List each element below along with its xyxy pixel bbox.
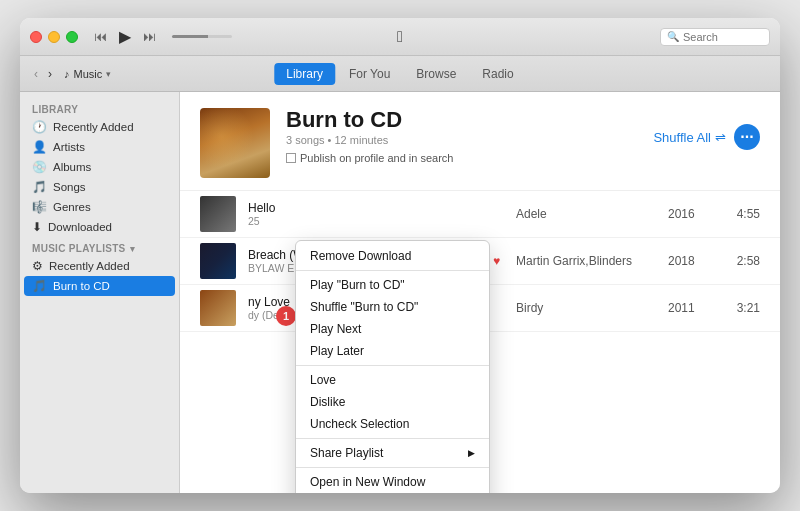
song-artwork [200, 196, 236, 232]
song-duration: 2:58 [725, 254, 760, 268]
music-icon: 🎵 [32, 279, 47, 293]
ctx-share-playlist[interactable]: Share Playlist [296, 442, 489, 464]
apple-logo:  [397, 28, 403, 46]
context-menu: Remove Download Play "Burn to CD" Shuffl… [295, 240, 490, 493]
search-icon: 🔍 [667, 31, 679, 42]
playlists-expand-icon: ▾ [130, 244, 135, 254]
playlist-title: Burn to CD [286, 108, 637, 132]
ctx-love[interactable]: Love [296, 369, 489, 391]
sidebar-item-downloaded[interactable]: ⬇ Downloaded [20, 217, 179, 237]
download-icon: ⬇ [32, 220, 42, 234]
ctx-remove-download[interactable]: Remove Download [296, 245, 489, 267]
shuffle-icon: ⇌ [715, 130, 726, 145]
nav-tabs: Library For You Browse Radio [274, 63, 525, 85]
ctx-divider [296, 365, 489, 366]
playlists-section-title: Music Playlists [32, 243, 126, 254]
ctx-uncheck[interactable]: Uncheck Selection [296, 413, 489, 435]
nav-source-dropdown-icon: ▾ [106, 69, 111, 79]
volume-slider[interactable] [172, 35, 232, 38]
disc-icon: 💿 [32, 160, 47, 174]
sidebar-item-artists[interactable]: 👤 Artists [20, 137, 179, 157]
nav-source[interactable]: ♪ Music ▾ [64, 68, 111, 80]
publish-label: Publish on profile and in search [300, 152, 453, 164]
ctx-open-new-window[interactable]: Open in New Window [296, 471, 489, 493]
playlist-actions: Shuffle All ⇌ ··· [653, 124, 760, 150]
song-info: Hello 25 [248, 201, 504, 227]
publish-checkbox[interactable] [286, 153, 296, 163]
song-year: 2011 [668, 301, 713, 315]
step-badge-1: 1 [276, 306, 296, 326]
tab-radio[interactable]: Radio [470, 63, 525, 85]
gear-icon: ⚙ [32, 259, 43, 273]
play-button[interactable]: ▶ [119, 27, 131, 46]
ctx-play-later[interactable]: Play Later [296, 340, 489, 362]
nav-arrows: ‹ › [30, 65, 56, 83]
main-content: Library 🕐 Recently Added 👤 Artists 💿 Alb… [20, 92, 780, 493]
song-year: 2016 [668, 207, 713, 221]
song-artist: Birdy [516, 301, 656, 315]
sidebar-item-label: Albums [53, 161, 91, 173]
more-button[interactable]: ··· [734, 124, 760, 150]
app-window: ⏮ ▶ ⏭  ☷ 🔍 ‹ › ♪ Music ▾ Library For Yo… [20, 18, 780, 493]
ctx-divider [296, 438, 489, 439]
playlist-meta: 3 songs • 12 minutes [286, 134, 637, 146]
sidebar: Library 🕐 Recently Added 👤 Artists 💿 Alb… [20, 92, 180, 493]
ctx-dislike[interactable]: Dislike [296, 391, 489, 413]
tab-library[interactable]: Library [274, 63, 335, 85]
minimize-button[interactable] [48, 31, 60, 43]
song-year: 2018 [668, 254, 713, 268]
search-input[interactable] [683, 31, 763, 43]
song-duration: 4:55 [725, 207, 760, 221]
back-arrow[interactable]: ‹ [30, 65, 42, 83]
sidebar-item-albums[interactable]: 💿 Albums [20, 157, 179, 177]
playlist-info: Burn to CD 3 songs • 12 minutes Publish … [286, 108, 637, 164]
close-button[interactable] [30, 31, 42, 43]
navbar: ‹ › ♪ Music ▾ Library For You Browse Rad… [20, 56, 780, 92]
sidebar-item-label: Burn to CD [53, 280, 110, 292]
notes-icon: 🎼 [32, 200, 47, 214]
sidebar-item-songs[interactable]: 🎵 Songs [20, 177, 179, 197]
music-note-icon: ♪ [64, 68, 70, 80]
song-artist: Martin Garrix,Blinders [516, 254, 656, 268]
person-icon: 👤 [32, 140, 47, 154]
traffic-lights [30, 31, 78, 43]
sidebar-item-label: Downloaded [48, 221, 112, 233]
sidebar-item-label: Songs [53, 181, 86, 193]
song-artist: Adele [516, 207, 656, 221]
ctx-play[interactable]: Play "Burn to CD" [296, 274, 489, 296]
shuffle-button[interactable]: Shuffle All ⇌ [653, 130, 726, 145]
sidebar-item-genres[interactable]: 🎼 Genres [20, 197, 179, 217]
nav-source-label: Music [74, 68, 103, 80]
shuffle-label: Shuffle All [653, 130, 711, 145]
ctx-play-next[interactable]: Play Next [296, 318, 489, 340]
rewind-button[interactable]: ⏮ [94, 29, 107, 44]
playlist-publish: Publish on profile and in search [286, 152, 637, 164]
song-artwork [200, 243, 236, 279]
forward-arrow[interactable]: › [44, 65, 56, 83]
ctx-shuffle[interactable]: Shuffle "Burn to CD" [296, 296, 489, 318]
sidebar-item-label: Recently Added [49, 260, 130, 272]
playlists-section: Music Playlists ▾ [20, 237, 179, 256]
library-section-title: Library [20, 100, 179, 117]
song-duration: 3:21 [725, 301, 760, 315]
sidebar-item-burn-to-cd[interactable]: 🎵 Burn to CD [24, 276, 175, 296]
song-artwork [200, 290, 236, 326]
sidebar-item-playlist-recently-added[interactable]: ⚙ Recently Added [20, 256, 179, 276]
ctx-divider [296, 270, 489, 271]
tab-for-you[interactable]: For You [337, 63, 402, 85]
tab-browse[interactable]: Browse [404, 63, 468, 85]
ctx-divider [296, 467, 489, 468]
song-row[interactable]: Hello 25 Adele 2016 4:55 [180, 191, 780, 238]
forward-button[interactable]: ⏭ [143, 29, 156, 44]
sidebar-item-recently-added[interactable]: 🕐 Recently Added [20, 117, 179, 137]
sidebar-item-label: Genres [53, 201, 91, 213]
sidebar-item-label: Recently Added [53, 121, 134, 133]
heart-icon: ♥ [493, 254, 500, 268]
song-album: 25 [248, 215, 504, 227]
clock-icon: 🕐 [32, 120, 47, 134]
maximize-button[interactable] [66, 31, 78, 43]
titlebar: ⏮ ▶ ⏭  ☷ 🔍 [20, 18, 780, 56]
search-box[interactable]: 🔍 [660, 28, 770, 46]
sidebar-item-label: Artists [53, 141, 85, 153]
music-note-icon: 🎵 [32, 180, 47, 194]
